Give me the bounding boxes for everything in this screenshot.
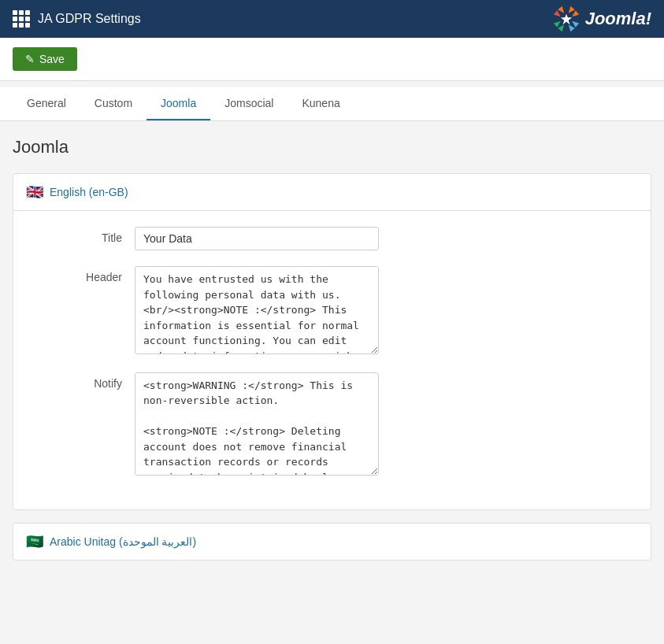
page-title: Joomla [13,137,651,157]
lang-label-arabic: Arabic Unitag (العربية الموحدة) [50,535,196,548]
tab-jomsocial[interactable]: Jomsocial [210,87,287,120]
save-button[interactable]: ✎ Save [13,47,77,71]
app-title: JA GDPR Settings [38,12,141,26]
panel-english-header[interactable]: 🇬🇧 English (en-GB) [13,174,651,211]
joomla-logo: Joomla! [552,5,651,33]
grid-icon [13,10,30,28]
textarea-notify[interactable]: <strong>WARNING :</strong> This is non-r… [135,372,379,476]
label-notify: Notify [32,372,135,390]
panel-english: 🇬🇧 English (en-GB) Title Header You have… [13,173,651,510]
panel-arabic: 🇸🇦 Arabic Unitag (العربية الموحدة) [13,523,651,561]
input-notify-wrap: <strong>WARNING :</strong> This is non-r… [135,372,379,478]
tab-general[interactable]: General [13,87,80,120]
input-title[interactable] [135,227,379,250]
tab-custom[interactable]: Custom [80,87,147,120]
tabs-bar: General Custom Joomla Jomsocial Kunena [0,87,664,121]
flag-english: 🇬🇧 [26,183,43,201]
panel-arabic-header[interactable]: 🇸🇦 Arabic Unitag (العربية الموحدة) [13,524,651,560]
label-title: Title [32,227,135,244]
save-label: Save [39,53,65,65]
top-bar: JA GDPR Settings Joomla! [0,0,664,38]
joomla-brand-text: Joomla! [585,9,651,29]
field-row-header: Header You have entrusted us with the fo… [32,266,632,357]
panel-english-body: Title Header You have entrusted us with … [13,211,651,509]
input-title-wrap [135,227,379,250]
label-header: Header [32,266,135,283]
textarea-header[interactable]: You have entrusted us with the following… [135,266,379,354]
joomla-star-icon [552,5,581,33]
lang-label-english: English (en-GB) [50,186,128,198]
app-title-area: JA GDPR Settings [13,10,141,28]
save-icon: ✎ [25,53,35,65]
field-row-title: Title [32,227,632,250]
toolbar: ✎ Save [0,38,664,81]
field-row-notify: Notify <strong>WARNING :</strong> This i… [32,372,632,478]
tab-joomla[interactable]: Joomla [147,87,210,120]
input-header-wrap: You have entrusted us with the following… [135,266,379,357]
main-content: Joomla 🇬🇧 English (en-GB) Title Header Y… [0,121,664,589]
flag-arabic: 🇸🇦 [26,533,43,550]
tab-kunena[interactable]: Kunena [287,87,354,120]
